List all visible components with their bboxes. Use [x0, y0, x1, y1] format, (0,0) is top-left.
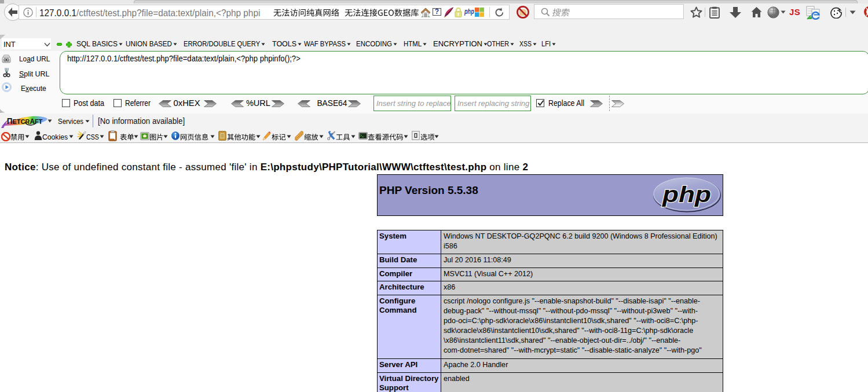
svg-text:php: php	[662, 182, 711, 207]
